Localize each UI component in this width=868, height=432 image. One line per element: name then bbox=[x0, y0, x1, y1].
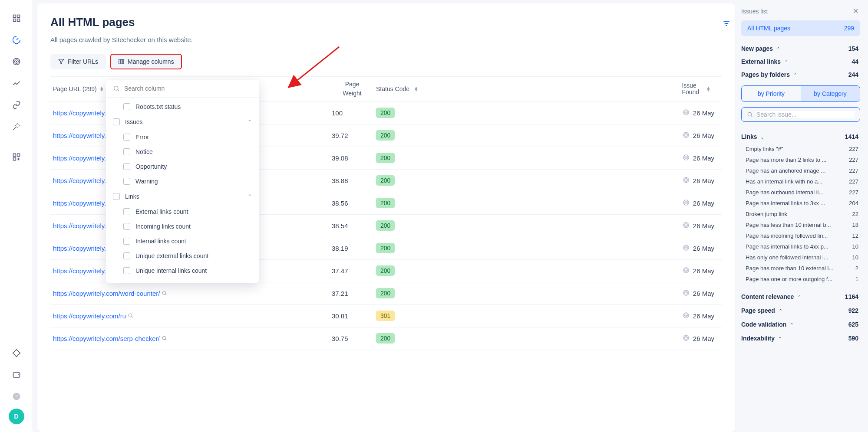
issue-item[interactable]: Page has incoming followed lin...12 bbox=[741, 230, 860, 241]
issue-search-input[interactable] bbox=[756, 111, 855, 118]
section-row[interactable]: Pages by folders ⌃244 bbox=[741, 68, 860, 81]
section-row[interactable]: New pages ⌃154 bbox=[741, 42, 860, 55]
issue-group[interactable]: Code validation ⌃625 bbox=[741, 317, 860, 331]
table-row: https://copywritely.com/word-counter/ 37… bbox=[50, 282, 722, 305]
tab-priority[interactable]: by Priority bbox=[742, 86, 801, 101]
cell-url: https://copywritely.com/word-counter/ bbox=[50, 290, 328, 297]
column-option[interactable]: Internal links count bbox=[106, 234, 259, 249]
status-badge: 200 bbox=[376, 108, 395, 118]
target-icon bbox=[683, 289, 690, 298]
section-row[interactable]: External links ⌃44 bbox=[741, 55, 860, 68]
issue-item[interactable]: Page has outbound internal li...227 bbox=[741, 187, 860, 198]
links-group-header[interactable]: Links ⌄ 1414 bbox=[741, 130, 860, 144]
issue-item[interactable]: Page has less than 10 internal b...18 bbox=[741, 219, 860, 230]
column-option[interactable]: Unique internal links count bbox=[106, 263, 259, 278]
cell-issue-found: 26 May bbox=[454, 154, 722, 162]
svg-point-53 bbox=[686, 292, 686, 293]
nav-apps-icon[interactable] bbox=[7, 147, 26, 167]
column-option[interactable]: Opportunity bbox=[106, 159, 259, 174]
column-group-issues[interactable]: Issues ⌃ bbox=[106, 114, 259, 130]
column-option[interactable]: Robots.txt status bbox=[106, 99, 259, 114]
checkbox-icon bbox=[123, 134, 130, 141]
all-html-pages-pill[interactable]: All HTML pages 299 bbox=[741, 20, 860, 36]
checkbox-icon bbox=[123, 103, 130, 110]
sort-icon: ▲▼ bbox=[99, 87, 104, 91]
chevron-up-icon: ⌃ bbox=[797, 295, 801, 300]
nav-target-icon[interactable] bbox=[7, 52, 26, 71]
checkbox-icon bbox=[123, 178, 130, 185]
nav-speed-icon[interactable] bbox=[7, 30, 26, 49]
cell-weight: 39.72 bbox=[328, 132, 376, 139]
column-option[interactable]: Error bbox=[106, 130, 259, 144]
cell-weight: 30.81 bbox=[328, 312, 376, 320]
page-title: All HTML pages bbox=[50, 16, 722, 29]
issue-item[interactable]: Page has an anchored image ...227 bbox=[741, 165, 860, 176]
avatar[interactable]: D bbox=[9, 409, 24, 424]
page-url-link[interactable]: https://copywritely.com/word-counter/ bbox=[53, 290, 160, 297]
column-option[interactable]: Unique external links count bbox=[106, 249, 259, 263]
svg-point-63 bbox=[686, 337, 686, 338]
issue-item[interactable]: Page has internal links to 3xx ...204 bbox=[741, 198, 860, 209]
svg-rect-8 bbox=[17, 154, 20, 157]
column-option[interactable]: Incoming links count bbox=[106, 219, 259, 234]
column-option[interactable]: External links count bbox=[106, 204, 259, 219]
svg-point-43 bbox=[686, 247, 686, 248]
col-header-weight[interactable]: Page Weight bbox=[328, 81, 376, 97]
issue-item[interactable]: Has only one followed internal l...10 bbox=[741, 252, 860, 263]
sort-icon[interactable] bbox=[722, 19, 731, 29]
svg-text:?: ? bbox=[15, 394, 17, 399]
close-icon[interactable]: ✕ bbox=[853, 7, 858, 15]
nav-trend-icon[interactable] bbox=[7, 74, 26, 93]
page-url-link[interactable]: https://copywritely.com/ru bbox=[53, 312, 126, 320]
status-badge: 200 bbox=[376, 333, 395, 344]
issue-group[interactable]: Indexability ⌃590 bbox=[741, 331, 860, 345]
column-group-links[interactable]: Links ⌃ bbox=[106, 189, 259, 204]
column-option[interactable]: Notice bbox=[106, 144, 259, 159]
magnify-icon[interactable] bbox=[162, 336, 167, 342]
chevron-up-icon: ⌃ bbox=[790, 322, 794, 327]
magnify-icon[interactable] bbox=[128, 313, 133, 320]
manage-columns-button[interactable]: Manage columns bbox=[110, 54, 182, 69]
svg-rect-7 bbox=[13, 154, 16, 157]
sort-icon: ▲▼ bbox=[706, 87, 711, 91]
cell-status: 301 bbox=[376, 312, 454, 319]
issue-group[interactable]: Page speed ⌃922 bbox=[741, 304, 860, 317]
issue-item[interactable]: Empty links "#"227 bbox=[741, 144, 860, 154]
issue-item[interactable]: Has an internal link with no a...227 bbox=[741, 176, 860, 187]
cell-weight: 38.88 bbox=[328, 177, 376, 184]
svg-line-67 bbox=[751, 116, 752, 117]
nav-diamond-icon[interactable] bbox=[7, 344, 26, 363]
page-url-link[interactable]: https://copywritely.com/serp-checker/ bbox=[53, 335, 160, 342]
tab-category[interactable]: by Category bbox=[801, 86, 860, 101]
nav-wallet-icon[interactable] bbox=[7, 365, 26, 384]
issue-item[interactable]: Page has more than 2 links to ...227 bbox=[741, 154, 860, 165]
issue-group[interactable]: Content relevance ⌃1164 bbox=[741, 290, 860, 304]
magnify-icon[interactable] bbox=[162, 291, 167, 297]
svg-point-64 bbox=[114, 86, 118, 90]
cell-issue-found: 26 May bbox=[454, 244, 722, 252]
manage-columns-dropdown[interactable]: Robots.txt status Issues ⌃ ErrorNoticeOp… bbox=[106, 80, 259, 283]
svg-point-23 bbox=[686, 112, 686, 112]
col-header-issue[interactable]: IssueFound ▲▼ bbox=[454, 82, 722, 96]
svg-rect-9 bbox=[13, 158, 16, 160]
chevron-down-icon: ⌄ bbox=[760, 134, 764, 140]
col-header-status[interactable]: Status Code ▲▼ bbox=[376, 85, 454, 92]
svg-point-26 bbox=[686, 134, 686, 135]
nav-wand-icon[interactable] bbox=[7, 117, 26, 136]
issue-item[interactable]: Page has one or more outgoing f...1 bbox=[741, 274, 860, 285]
issue-item[interactable]: Page has more than 10 external l...2 bbox=[741, 263, 860, 274]
nav-link-icon[interactable] bbox=[7, 95, 26, 115]
svg-line-50 bbox=[166, 294, 167, 295]
issue-item[interactable]: Page has internal links to 4xx p...10 bbox=[741, 241, 860, 252]
issue-item[interactable]: Broken jump link22 bbox=[741, 209, 860, 219]
column-option[interactable]: Warning bbox=[106, 174, 259, 189]
checkbox-icon bbox=[123, 252, 130, 259]
dropdown-search-input[interactable] bbox=[124, 85, 252, 92]
filter-urls-button[interactable]: Filter URLs bbox=[50, 54, 106, 69]
nav-dashboard-icon[interactable] bbox=[7, 9, 26, 28]
status-badge: 200 bbox=[376, 198, 395, 208]
nav-help-icon[interactable]: ? bbox=[7, 387, 26, 406]
issue-search[interactable] bbox=[741, 107, 860, 122]
chevron-up-icon: ⌃ bbox=[793, 72, 797, 78]
svg-rect-19 bbox=[122, 59, 124, 64]
